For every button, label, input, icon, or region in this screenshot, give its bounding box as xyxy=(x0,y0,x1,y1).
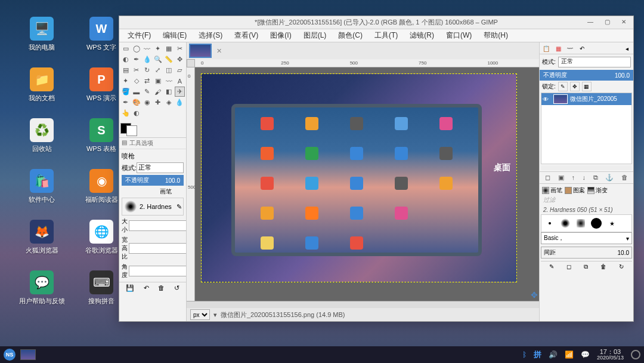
layer-opacity-slider[interactable]: 不透明度 100.0 xyxy=(540,70,633,81)
tool-pencil[interactable]: ✎ xyxy=(142,87,152,97)
layer-mode-select[interactable]: 正常 xyxy=(558,57,631,67)
menu-view[interactable]: 查看(V) xyxy=(228,29,264,42)
brush-grid[interactable]: ★ xyxy=(541,214,632,232)
mode-select[interactable]: 正常 xyxy=(137,162,184,173)
duplicate-layer-button[interactable]: ⧉ xyxy=(593,174,598,182)
ruler-corner[interactable] xyxy=(187,59,195,67)
tool-crop[interactable]: ✂ xyxy=(131,65,141,75)
paths-tab-icon[interactable]: 〰 xyxy=(565,44,575,53)
menu-layer[interactable]: 图层(L) xyxy=(298,29,333,42)
dock-menu-icon[interactable]: ◂ xyxy=(621,44,632,53)
desktop-icon-wps-writer[interactable]: WWPS 文字 xyxy=(78,17,125,52)
tool-scale[interactable]: ⤢ xyxy=(153,65,163,75)
tool-shear[interactable]: ◫ xyxy=(164,65,174,75)
tool-smudge[interactable]: 👆 xyxy=(120,108,131,118)
image-tab[interactable] xyxy=(189,44,212,58)
unit-select[interactable]: px xyxy=(190,309,210,320)
layer-item[interactable]: 👁 微信图片_202005 xyxy=(541,93,631,105)
minimize-button[interactable]: — xyxy=(583,18,597,27)
brush-basic-select[interactable]: Basic，▾ xyxy=(541,232,632,244)
anchor-layer-button[interactable]: ⚓ xyxy=(605,174,614,182)
tool-heal[interactable]: ✚ xyxy=(153,97,163,107)
tool-ellipse-select[interactable]: ◯ xyxy=(131,44,141,54)
brush-preset[interactable] xyxy=(574,216,588,230)
opacity-slider[interactable]: 不透明度 100.0 xyxy=(122,175,184,186)
canvas-viewport[interactable]: 桌面 ✥ xyxy=(195,67,539,301)
tool-by-color[interactable]: ▦ xyxy=(164,44,174,54)
menu-tools[interactable]: 工具(T) xyxy=(369,29,404,42)
menu-filters[interactable]: 滤镜(R) xyxy=(404,29,440,42)
tray-notification-icon[interactable]: 💬 xyxy=(581,350,590,359)
tray-volume-icon[interactable]: 🔊 xyxy=(549,350,558,359)
menu-image[interactable]: 图像(I) xyxy=(264,29,297,42)
taskbar-power-icon[interactable] xyxy=(631,350,640,359)
desktop-icon-feedback[interactable]: 💬用户帮助与反馈 xyxy=(18,270,66,306)
tool-free-select[interactable]: 〰 xyxy=(142,44,152,54)
tool-fuzzy-select[interactable]: ✦ xyxy=(153,44,163,54)
desktop-icon-wps-spreadsheet[interactable]: SWPS 表格 xyxy=(78,118,125,153)
lock-position-icon[interactable]: ✥ xyxy=(570,82,580,91)
desktop-icon-sogou[interactable]: ⌨搜狗拼音 xyxy=(78,270,125,306)
tool-cage[interactable]: ▣ xyxy=(153,76,163,86)
ratio-input[interactable] xyxy=(129,243,186,254)
tool-perspective-clone[interactable]: ◈ xyxy=(164,97,174,107)
options-delete-icon[interactable]: 🗑 xyxy=(158,284,165,292)
brush-spacing[interactable]: 间距 10.0 xyxy=(541,247,632,259)
delete-layer-button[interactable]: 🗑 xyxy=(621,174,628,182)
start-menu-button[interactable]: NS xyxy=(4,349,16,361)
tool-perspective[interactable]: ▱ xyxy=(175,65,185,75)
layers-tab-icon[interactable]: 📋 xyxy=(541,44,552,53)
tool-paintbrush[interactable]: 🖌 xyxy=(153,87,163,97)
background-color[interactable] xyxy=(126,125,137,136)
menu-select[interactable]: 选择(S) xyxy=(193,29,228,42)
desktop-icon-computer[interactable]: 🖥️我的电脑 xyxy=(18,17,66,52)
new-group-button[interactable]: ▣ xyxy=(558,174,564,182)
tool-measure[interactable]: 📏 xyxy=(164,54,174,64)
brush-filter[interactable]: 过滤 xyxy=(541,196,632,205)
desktop-icon-documents[interactable]: 📁我的文档 xyxy=(18,67,66,103)
tool-color-picker[interactable]: 💧 xyxy=(142,54,152,64)
tray-input-method[interactable]: 拼 xyxy=(534,349,541,360)
tool-zoom[interactable]: 🔍 xyxy=(153,54,163,64)
desktop-icon-foxit[interactable]: ◉福昕阅读器 xyxy=(78,169,125,204)
patterns-tab[interactable]: 图案 xyxy=(565,186,585,195)
canvas-image[interactable]: 桌面 xyxy=(201,73,517,282)
tool-handle[interactable]: ◇ xyxy=(131,76,141,86)
desktop-icon-software-center[interactable]: 🛍️软件中心 xyxy=(18,169,66,204)
menu-colors[interactable]: 颜色(C) xyxy=(332,29,369,42)
layers-scroll[interactable] xyxy=(541,165,632,170)
lock-alpha-icon[interactable]: ▦ xyxy=(582,82,592,91)
tool-blur[interactable]: 💧 xyxy=(175,97,185,107)
tool-unified[interactable]: ✦ xyxy=(120,76,131,86)
desktop-icon-wps-presentation[interactable]: PWPS 演示 xyxy=(78,67,125,103)
tool-rotate[interactable]: ↻ xyxy=(142,65,152,75)
undo-tab-icon[interactable]: ↶ xyxy=(577,44,587,53)
options-reset-icon[interactable]: ↺ xyxy=(174,284,179,292)
options-restore-icon[interactable]: ↶ xyxy=(144,284,149,292)
tool-dodge[interactable]: ◐ xyxy=(131,108,141,118)
channels-tab-icon[interactable]: ▦ xyxy=(553,44,564,53)
desktop-icon-trash[interactable]: ♻️回收站 xyxy=(18,118,66,153)
gradients-tab[interactable]: 渐变 xyxy=(587,186,608,195)
canvas-scrollbar-h[interactable] xyxy=(187,301,539,308)
image-tab-close[interactable]: ✕ xyxy=(214,47,224,55)
desktop-icon-firefox[interactable]: 🦊火狐浏览器 xyxy=(18,220,66,255)
tool-mypaint[interactable]: 🎨 xyxy=(131,97,141,107)
tool-move[interactable]: ✥ xyxy=(175,54,185,64)
size-input[interactable] xyxy=(129,220,186,231)
options-save-icon[interactable]: 💾 xyxy=(126,284,134,292)
angle-input[interactable] xyxy=(129,266,186,276)
maximize-button[interactable]: ▢ xyxy=(600,18,614,27)
tool-foreground[interactable]: ◐ xyxy=(120,54,131,64)
tool-bucket[interactable]: 🪣 xyxy=(120,87,131,97)
tool-airbrush[interactable]: ✈ xyxy=(175,87,185,97)
taskbar-gimp[interactable] xyxy=(20,349,36,360)
layer-visibility-icon[interactable]: 👁 xyxy=(543,96,551,103)
ruler-horizontal[interactable]: 0 250 500 750 1000 xyxy=(195,59,539,67)
tool-ink[interactable]: ✒ xyxy=(120,97,131,107)
brush-duplicate-button[interactable]: ⧉ xyxy=(584,263,588,270)
tool-align[interactable]: ▤ xyxy=(120,65,131,75)
brush-edit-button[interactable]: ✎ xyxy=(549,263,554,270)
brush-preset[interactable] xyxy=(558,216,572,230)
tool-flip[interactable]: ⇄ xyxy=(142,76,152,86)
